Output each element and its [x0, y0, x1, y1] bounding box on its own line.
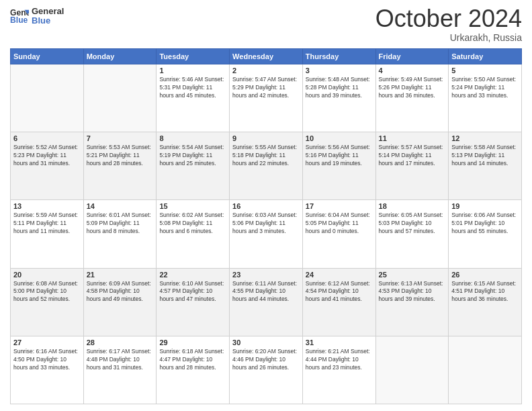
day-number: 9 [232, 134, 300, 142]
day-number: 30 [232, 338, 300, 347]
table-row [11, 64, 84, 132]
day-info: Sunrise: 6:17 AM Sunset: 4:48 PM Dayligh… [87, 348, 154, 372]
day-info: Sunrise: 5:56 AM Sunset: 5:16 PM Dayligh… [306, 144, 373, 168]
day-info: Sunrise: 5:53 AM Sunset: 5:21 PM Dayligh… [87, 144, 154, 168]
day-number: 11 [379, 134, 446, 142]
col-tuesday: Tuesday [157, 49, 230, 64]
day-info: Sunrise: 6:12 AM Sunset: 4:54 PM Dayligh… [306, 280, 373, 304]
col-friday: Friday [375, 49, 449, 64]
col-monday: Monday [83, 49, 157, 64]
table-row: 30Sunrise: 6:20 AM Sunset: 4:46 PM Dayli… [230, 336, 303, 404]
day-info: Sunrise: 6:20 AM Sunset: 4:46 PM Dayligh… [232, 348, 300, 372]
day-number: 13 [13, 202, 81, 210]
table-row: 4Sunrise: 5:49 AM Sunset: 5:26 PM Daylig… [375, 64, 449, 132]
table-row: 29Sunrise: 6:18 AM Sunset: 4:47 PM Dayli… [157, 336, 230, 404]
day-info: Sunrise: 5:55 AM Sunset: 5:18 PM Dayligh… [232, 144, 300, 168]
table-row: 12Sunrise: 5:58 AM Sunset: 5:13 PM Dayli… [449, 132, 522, 200]
day-number: 16 [232, 202, 300, 210]
table-row: 22Sunrise: 6:10 AM Sunset: 4:57 PM Dayli… [157, 268, 230, 336]
calendar-week-row: 27Sunrise: 6:16 AM Sunset: 4:50 PM Dayli… [11, 336, 522, 404]
day-info: Sunrise: 5:58 AM Sunset: 5:13 PM Dayligh… [451, 144, 519, 168]
day-number: 4 [379, 66, 446, 75]
table-row: 26Sunrise: 6:15 AM Sunset: 4:51 PM Dayli… [449, 268, 522, 336]
table-row: 25Sunrise: 6:13 AM Sunset: 4:53 PM Dayli… [375, 268, 449, 336]
table-row: 2Sunrise: 5:47 AM Sunset: 5:29 PM Daylig… [230, 64, 303, 132]
day-info: Sunrise: 6:09 AM Sunset: 4:58 PM Dayligh… [87, 280, 154, 304]
day-info: Sunrise: 6:15 AM Sunset: 4:51 PM Dayligh… [451, 280, 519, 304]
calendar-week-row: 1Sunrise: 5:46 AM Sunset: 5:31 PM Daylig… [11, 64, 522, 132]
col-wednesday: Wednesday [230, 49, 303, 64]
calendar-header-row: Sunday Monday Tuesday Wednesday Thursday… [11, 49, 522, 64]
table-row: 15Sunrise: 6:02 AM Sunset: 5:08 PM Dayli… [157, 200, 230, 268]
table-row: 19Sunrise: 6:06 AM Sunset: 5:01 PM Dayli… [449, 200, 522, 268]
day-number: 2 [232, 66, 300, 75]
calendar-week-row: 6Sunrise: 5:52 AM Sunset: 5:23 PM Daylig… [11, 132, 522, 200]
table-row: 24Sunrise: 6:12 AM Sunset: 4:54 PM Dayli… [302, 268, 375, 336]
day-number: 29 [159, 338, 226, 347]
day-info: Sunrise: 6:11 AM Sunset: 4:55 PM Dayligh… [232, 280, 300, 304]
day-info: Sunrise: 6:08 AM Sunset: 5:00 PM Dayligh… [13, 280, 81, 304]
table-row: 14Sunrise: 6:01 AM Sunset: 5:09 PM Dayli… [83, 200, 157, 268]
day-info: Sunrise: 6:13 AM Sunset: 4:53 PM Dayligh… [379, 280, 446, 304]
day-number: 10 [306, 134, 373, 142]
table-row: 18Sunrise: 6:05 AM Sunset: 5:03 PM Dayli… [375, 200, 449, 268]
day-number: 18 [379, 202, 446, 210]
day-number: 3 [306, 66, 373, 75]
day-number: 21 [87, 271, 154, 279]
calendar-table: Sunday Monday Tuesday Wednesday Thursday… [10, 48, 522, 404]
day-info: Sunrise: 5:52 AM Sunset: 5:23 PM Dayligh… [13, 144, 81, 168]
table-row [449, 336, 522, 404]
logo-icon: General Blue [10, 7, 29, 26]
day-number: 17 [306, 202, 373, 210]
day-number: 6 [13, 134, 81, 142]
table-row: 31Sunrise: 6:21 AM Sunset: 4:44 PM Dayli… [302, 336, 375, 404]
day-info: Sunrise: 5:46 AM Sunset: 5:31 PM Dayligh… [159, 76, 226, 100]
day-info: Sunrise: 5:49 AM Sunset: 5:26 PM Dayligh… [379, 76, 446, 100]
day-number: 28 [87, 338, 154, 347]
table-row: 1Sunrise: 5:46 AM Sunset: 5:31 PM Daylig… [157, 64, 230, 132]
day-info: Sunrise: 6:03 AM Sunset: 5:06 PM Dayligh… [232, 212, 300, 236]
day-info: Sunrise: 6:18 AM Sunset: 4:47 PM Dayligh… [159, 348, 226, 372]
table-row: 13Sunrise: 5:59 AM Sunset: 5:11 PM Dayli… [11, 200, 84, 268]
day-info: Sunrise: 6:05 AM Sunset: 5:03 PM Dayligh… [379, 212, 446, 236]
day-info: Sunrise: 6:21 AM Sunset: 4:44 PM Dayligh… [306, 348, 373, 372]
table-row: 3Sunrise: 5:48 AM Sunset: 5:28 PM Daylig… [302, 64, 375, 132]
col-thursday: Thursday [302, 49, 375, 64]
logo-general: General [32, 7, 64, 16]
day-info: Sunrise: 5:48 AM Sunset: 5:28 PM Dayligh… [306, 76, 373, 100]
table-row: 16Sunrise: 6:03 AM Sunset: 5:06 PM Dayli… [230, 200, 303, 268]
table-row: 9Sunrise: 5:55 AM Sunset: 5:18 PM Daylig… [230, 132, 303, 200]
day-number: 7 [87, 134, 154, 142]
day-number: 1 [159, 66, 226, 75]
day-info: Sunrise: 5:47 AM Sunset: 5:29 PM Dayligh… [232, 76, 300, 100]
table-row: 7Sunrise: 5:53 AM Sunset: 5:21 PM Daylig… [83, 132, 157, 200]
day-info: Sunrise: 6:04 AM Sunset: 5:05 PM Dayligh… [306, 212, 373, 236]
calendar-week-row: 13Sunrise: 5:59 AM Sunset: 5:11 PM Dayli… [11, 200, 522, 268]
day-number: 8 [159, 134, 226, 142]
table-row: 8Sunrise: 5:54 AM Sunset: 5:19 PM Daylig… [157, 132, 230, 200]
day-number: 19 [451, 202, 519, 210]
table-row: 5Sunrise: 5:50 AM Sunset: 5:24 PM Daylig… [449, 64, 522, 132]
month-title: October 2024 [375, 7, 522, 31]
table-row: 11Sunrise: 5:57 AM Sunset: 5:14 PM Dayli… [375, 132, 449, 200]
day-info: Sunrise: 5:57 AM Sunset: 5:14 PM Dayligh… [379, 144, 446, 168]
title-block: October 2024 Urkarakh, Russia [375, 7, 522, 43]
day-info: Sunrise: 6:16 AM Sunset: 4:50 PM Dayligh… [13, 348, 81, 372]
col-sunday: Sunday [11, 49, 84, 64]
day-number: 20 [13, 271, 81, 279]
day-number: 15 [159, 202, 226, 210]
day-info: Sunrise: 6:01 AM Sunset: 5:09 PM Dayligh… [87, 212, 154, 236]
table-row: 28Sunrise: 6:17 AM Sunset: 4:48 PM Dayli… [83, 336, 157, 404]
day-number: 22 [159, 271, 226, 279]
day-info: Sunrise: 6:02 AM Sunset: 5:08 PM Dayligh… [159, 212, 226, 236]
svg-text:Blue: Blue [10, 16, 28, 26]
day-number: 25 [379, 271, 446, 279]
col-saturday: Saturday [449, 49, 522, 64]
table-row: 27Sunrise: 6:16 AM Sunset: 4:50 PM Dayli… [11, 336, 84, 404]
table-row: 17Sunrise: 6:04 AM Sunset: 5:05 PM Dayli… [302, 200, 375, 268]
table-row [83, 64, 157, 132]
day-info: Sunrise: 5:50 AM Sunset: 5:24 PM Dayligh… [451, 76, 519, 100]
day-number: 31 [306, 338, 373, 347]
table-row: 23Sunrise: 6:11 AM Sunset: 4:55 PM Dayli… [230, 268, 303, 336]
day-number: 27 [13, 338, 81, 347]
